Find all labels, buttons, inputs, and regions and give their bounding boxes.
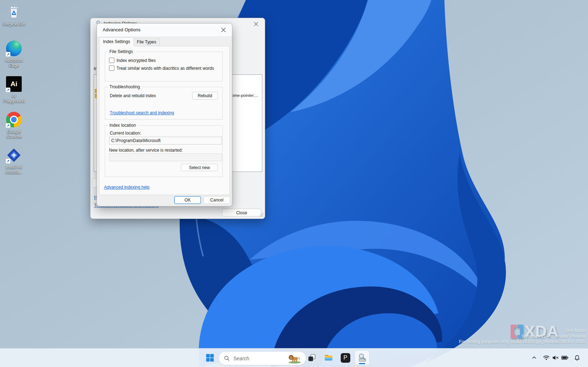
current-location-label: Current location: <box>110 131 141 136</box>
active-app-indicator <box>359 363 365 364</box>
desktop-icon-label: Microsoft Edge <box>1 58 27 68</box>
group-legend: Troubleshooting <box>108 84 141 89</box>
desktop-icon-label: AI Playground <box>1 94 27 104</box>
checkbox-index-encrypted[interactable]: Index encrypted files <box>109 58 156 63</box>
resize-grip[interactable] <box>259 213 263 217</box>
tray-chevron-up-icon[interactable] <box>530 353 538 362</box>
task-view-button[interactable] <box>305 351 319 365</box>
desktop-icon-label: Google Chrome <box>1 129 27 139</box>
desktop-icon-microsoft-edge[interactable]: ↗ Microsoft Edge <box>0 40 28 68</box>
new-location-field[interactable] <box>109 153 222 161</box>
troubleshoot-link[interactable]: Troubleshoot search and indexing <box>110 110 174 115</box>
dialog-title: Advanced Options <box>103 27 140 32</box>
watermark-line-1: Test Mode <box>459 328 586 334</box>
search-icon <box>224 355 230 361</box>
desktop-icon-google-chrome[interactable]: ↗ Google Chrome <box>0 111 28 139</box>
desktop-icon-intel-ai-assistant[interactable]: ↗ Intel® AI Assista... <box>0 147 28 175</box>
start-button[interactable] <box>203 351 217 365</box>
app-p-icon: P <box>341 353 350 363</box>
tray-battery-icon[interactable] <box>561 353 569 362</box>
task-view-icon <box>308 353 316 362</box>
file-explorer-button[interactable] <box>321 351 336 365</box>
tab-file-types[interactable]: File Types <box>134 38 159 46</box>
tray-wifi-icon[interactable] <box>542 353 551 362</box>
delete-rebuild-label: Delete and rebuild index <box>110 93 156 98</box>
indexing-options-icon <box>357 353 367 363</box>
file-explorer-icon <box>324 353 333 362</box>
ok-button[interactable]: OK <box>174 196 201 204</box>
group-legend: Index location <box>108 123 137 128</box>
current-location-field[interactable] <box>109 137 222 145</box>
indexing-options-taskbar-button[interactable] <box>355 351 369 365</box>
tray-notification-bell-icon[interactable] <box>573 353 581 362</box>
desktop-icon-label: Recycle Bin <box>2 22 25 27</box>
insider-watermark: Test Mode Windows 11 Pro Insider Preview… <box>459 328 586 345</box>
file-settings-group: File Settings Index encrypted files Trea… <box>105 52 223 82</box>
troubleshooting-group: Troubleshooting Delete and rebuild index… <box>105 87 223 120</box>
search-highlight-lion-icon[interactable] <box>287 353 303 364</box>
checkbox-box[interactable] <box>109 65 114 71</box>
desktop-icon-label: Intel® AI Assista... <box>1 165 27 175</box>
checkbox-box[interactable] <box>109 58 114 63</box>
group-legend: File Settings <box>108 49 134 54</box>
checkbox-diacritics[interactable]: Treat similar words with diacritics as d… <box>109 65 214 71</box>
taskbar-search-box[interactable] <box>218 351 306 365</box>
desktop: Recycle Bin ↗ Microsoft Edge Ai ↗ AI Pla… <box>0 0 588 367</box>
shortcut-arrow-icon: ↗ <box>6 88 10 92</box>
recycle-bin-icon <box>6 4 22 20</box>
close-icon[interactable] <box>218 26 229 34</box>
desktop-icon-recycle-bin[interactable]: Recycle Bin <box>0 4 28 27</box>
tab-strip: Index Settings File Types <box>99 38 160 46</box>
checkbox-label: Treat similar words with diacritics as d… <box>117 66 214 71</box>
select-new-button[interactable]: Select new <box>181 164 218 171</box>
index-settings-panel: File Settings Index encrypted files Trea… <box>99 46 230 195</box>
dialog-title-bar: Advanced Options <box>97 23 232 37</box>
shortcut-arrow-icon: ↗ <box>6 123 10 128</box>
tray-volume-muted-icon[interactable] <box>551 353 560 362</box>
index-location-group: Index location Current location: New loc… <box>105 125 223 177</box>
shortcut-arrow-icon: ↗ <box>6 159 10 163</box>
shortcut-arrow-icon: ↗ <box>6 52 10 57</box>
cancel-button[interactable]: Cancel <box>203 196 230 204</box>
windows-logo-icon <box>206 353 214 362</box>
taskbar: P <box>0 348 588 367</box>
app-p-button[interactable]: P <box>338 351 352 365</box>
wallpaper-bloom <box>0 0 588 367</box>
advanced-options-dialog: Advanced Options Index Settings File Typ… <box>97 23 232 206</box>
watermark-line-2: Windows 11 Pro Insider Preview <box>459 334 586 340</box>
rebuild-button[interactable]: Rebuild <box>192 92 218 100</box>
new-location-label: New location, after service is restarted… <box>109 148 183 153</box>
close-icon[interactable] <box>251 20 261 28</box>
desktop-icon-ai-playground[interactable]: Ai ↗ AI Playground <box>0 75 28 104</box>
close-button[interactable]: Close <box>222 209 261 216</box>
tab-index-settings[interactable]: Index Settings <box>99 37 134 46</box>
exclude-column-text: ome-pointer;... <box>232 93 258 98</box>
checkbox-label: Index encrypted files <box>117 58 156 63</box>
advanced-indexing-help-link[interactable]: Advanced indexing help <box>104 185 149 190</box>
watermark-line-3: For testing purposes only. Build 26100.g… <box>459 339 586 345</box>
search-input[interactable] <box>233 355 284 362</box>
